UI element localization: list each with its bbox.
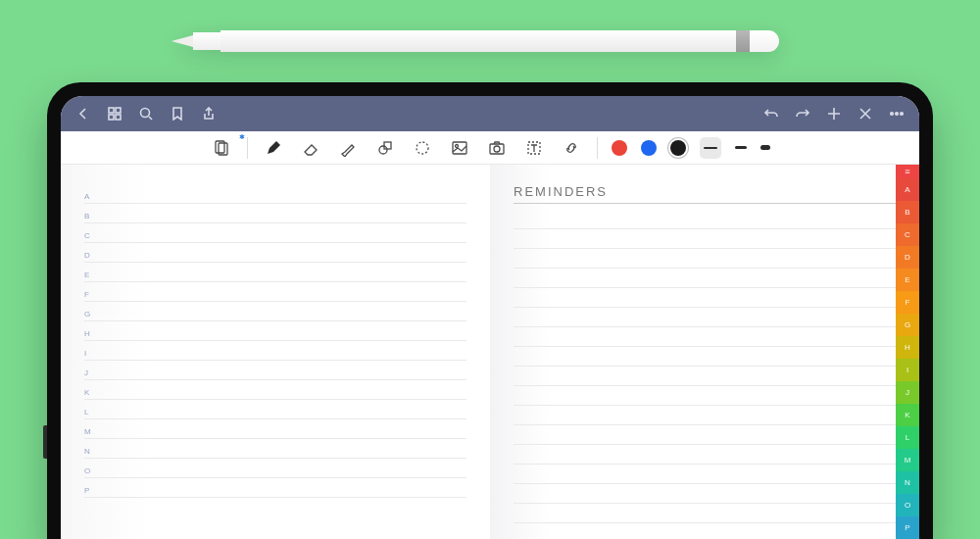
apple-pencil bbox=[172, 29, 779, 53]
reminder-line[interactable] bbox=[514, 386, 896, 406]
index-letter: K bbox=[84, 388, 100, 399]
index-tab-l[interactable]: L bbox=[896, 426, 919, 449]
index-row-f[interactable]: F bbox=[84, 282, 466, 302]
eraser-tool[interactable] bbox=[299, 136, 322, 160]
index-row-h[interactable]: H bbox=[84, 321, 466, 341]
reminder-line[interactable] bbox=[514, 367, 896, 386]
stroke-size-1[interactable] bbox=[700, 137, 721, 159]
shapes-tool[interactable] bbox=[373, 136, 397, 160]
svg-point-14 bbox=[456, 144, 459, 147]
bookmark-button[interactable] bbox=[169, 105, 186, 122]
drawing-toolbar: ✱ bbox=[61, 131, 919, 165]
pen-tool[interactable] bbox=[262, 136, 285, 160]
screen: ✱ ABCDEFGHIJKLMNOP REMINDERS bbox=[61, 96, 919, 539]
reminder-line[interactable] bbox=[514, 504, 896, 523]
reminder-line[interactable] bbox=[514, 269, 896, 288]
index-tab-c[interactable]: C bbox=[896, 223, 919, 246]
index-row-k[interactable]: K bbox=[84, 380, 466, 400]
stroke-size-3[interactable] bbox=[760, 145, 770, 150]
index-tab-d[interactable]: D bbox=[896, 246, 919, 269]
reminder-line[interactable] bbox=[514, 406, 896, 425]
index-row-n[interactable]: N bbox=[84, 439, 466, 459]
index-tab-h[interactable]: H bbox=[896, 336, 919, 359]
index-tab-m[interactable]: M bbox=[896, 449, 919, 471]
index-row-c[interactable]: C bbox=[84, 223, 466, 243]
index-row-e[interactable]: E bbox=[84, 263, 466, 282]
index-letter: O bbox=[84, 466, 100, 477]
index-letter: F bbox=[84, 290, 100, 301]
color-blue[interactable] bbox=[641, 140, 657, 156]
reminders-heading: REMINDERS bbox=[514, 184, 896, 204]
color-black[interactable] bbox=[670, 140, 686, 156]
add-button[interactable] bbox=[825, 105, 843, 122]
reminder-line[interactable] bbox=[514, 465, 896, 484]
index-tab-i[interactable]: I bbox=[896, 359, 919, 381]
reminder-line[interactable] bbox=[514, 484, 896, 504]
text-tool[interactable] bbox=[522, 136, 546, 160]
svg-point-6 bbox=[896, 113, 899, 116]
index-tab-j[interactable]: J bbox=[896, 381, 919, 404]
index-menu-tab[interactable]: ≡ bbox=[896, 165, 919, 178]
link-tool[interactable] bbox=[560, 136, 583, 160]
more-button[interactable] bbox=[888, 105, 906, 122]
index-tab-e[interactable]: E bbox=[896, 269, 919, 291]
svg-rect-11 bbox=[384, 142, 391, 149]
share-button[interactable] bbox=[200, 105, 218, 122]
search-button[interactable] bbox=[137, 105, 155, 122]
svg-rect-2 bbox=[109, 115, 114, 120]
index-row-o[interactable]: O bbox=[84, 459, 466, 478]
redo-button[interactable] bbox=[794, 105, 811, 122]
pencil-cone bbox=[193, 32, 220, 50]
highlighter-tool[interactable] bbox=[336, 136, 360, 160]
toolbar-separator bbox=[597, 137, 598, 159]
stroke-size-2[interactable] bbox=[735, 146, 747, 149]
svg-point-16 bbox=[494, 146, 500, 152]
reminder-line[interactable] bbox=[514, 229, 896, 249]
reminder-line[interactable] bbox=[514, 523, 896, 539]
color-red[interactable] bbox=[612, 140, 627, 156]
reminder-line[interactable] bbox=[514, 347, 896, 367]
undo-button[interactable] bbox=[762, 105, 780, 122]
index-row-m[interactable]: M bbox=[84, 419, 466, 439]
index-row-b[interactable]: B bbox=[84, 204, 466, 223]
reminder-line[interactable] bbox=[514, 445, 896, 465]
image-tool[interactable] bbox=[448, 136, 471, 160]
reminder-line[interactable] bbox=[514, 210, 896, 229]
index-letter: E bbox=[84, 270, 100, 281]
svg-rect-0 bbox=[109, 108, 114, 113]
index-row-i[interactable]: I bbox=[84, 341, 466, 361]
grid-button[interactable] bbox=[106, 105, 123, 122]
index-letter: L bbox=[84, 408, 100, 418]
index-row-l[interactable]: L bbox=[84, 400, 466, 419]
reminder-line[interactable] bbox=[514, 425, 896, 445]
index-row-j[interactable]: J bbox=[84, 361, 466, 380]
reminder-line[interactable] bbox=[514, 327, 896, 347]
bluetooth-badge: ✱ bbox=[239, 133, 245, 141]
right-page[interactable]: REMINDERS bbox=[490, 165, 919, 539]
close-button[interactable] bbox=[857, 105, 874, 122]
camera-tool[interactable] bbox=[485, 136, 509, 160]
index-row-d[interactable]: D bbox=[84, 243, 466, 263]
reminder-line[interactable] bbox=[514, 288, 896, 308]
lasso-tool[interactable] bbox=[411, 136, 434, 160]
pencil-cap bbox=[750, 30, 779, 52]
index-tab-b[interactable]: B bbox=[896, 201, 919, 223]
index-letter: H bbox=[84, 329, 100, 340]
index-row-a[interactable]: A bbox=[84, 184, 466, 204]
pencil-band bbox=[736, 30, 750, 52]
index-tab-n[interactable]: N bbox=[896, 471, 919, 494]
reminder-line[interactable] bbox=[514, 249, 896, 269]
index-tab-k[interactable]: K bbox=[896, 404, 919, 426]
index-tab-g[interactable]: G bbox=[896, 314, 919, 336]
pages-tool[interactable] bbox=[210, 136, 233, 160]
index-row-p[interactable]: P bbox=[84, 478, 466, 498]
index-tab-o[interactable]: O bbox=[896, 494, 919, 516]
index-tab-f[interactable]: F bbox=[896, 291, 919, 314]
left-page[interactable]: ABCDEFGHIJKLMNOP bbox=[61, 165, 490, 539]
index-tab-p[interactable]: P bbox=[896, 516, 919, 539]
reminder-line[interactable] bbox=[514, 308, 896, 327]
index-tab-a[interactable]: A bbox=[896, 178, 919, 201]
notebook-spread: ABCDEFGHIJKLMNOP REMINDERS bbox=[61, 165, 919, 539]
back-button[interactable] bbox=[74, 105, 92, 122]
index-row-g[interactable]: G bbox=[84, 302, 466, 321]
